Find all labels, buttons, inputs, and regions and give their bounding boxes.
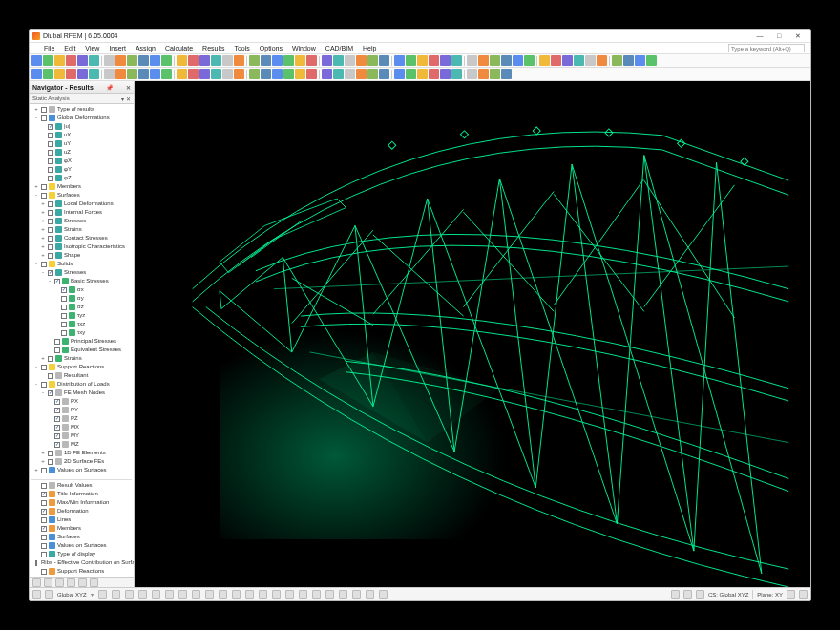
toolbar-button[interactable] — [66, 55, 76, 66]
toolbar-button[interactable] — [490, 55, 500, 66]
tree-item[interactable]: uX — [32, 131, 132, 139]
collapse-icon[interactable]: - — [40, 268, 46, 277]
tree-checkbox[interactable] — [48, 201, 53, 207]
tree-checkbox[interactable] — [54, 442, 60, 448]
toolbar-button[interactable] — [54, 55, 65, 66]
tree-item[interactable]: +Internal Forces — [32, 208, 132, 217]
toolbar-button[interactable] — [249, 55, 260, 66]
toolbar-button[interactable] — [127, 69, 137, 79]
status-tool-button[interactable] — [272, 590, 281, 598]
toolbar-button[interactable] — [356, 69, 367, 79]
toolbar-button[interactable] — [501, 69, 512, 79]
tree-checkbox[interactable] — [54, 339, 60, 345]
status-icon[interactable] — [45, 590, 53, 598]
menu-assign[interactable]: Assign — [136, 45, 156, 52]
expand-icon[interactable]: + — [40, 208, 46, 217]
toolbar-button[interactable] — [406, 69, 416, 79]
status-tool-button[interactable] — [138, 590, 147, 598]
tree-item[interactable]: σy — [32, 294, 132, 303]
menu-window[interactable]: Window — [292, 45, 316, 52]
tree-checkbox[interactable] — [41, 483, 47, 489]
toolbar-button[interactable] — [417, 69, 428, 79]
expand-icon[interactable]: + — [40, 242, 46, 251]
toolbar-button[interactable] — [284, 69, 294, 79]
status-tool-button[interactable] — [112, 590, 120, 598]
panel-footer-button[interactable] — [67, 578, 75, 587]
toolbar-button[interactable] — [200, 69, 210, 79]
expand-icon[interactable]: + — [33, 105, 39, 114]
status-tool-button[interactable] — [312, 590, 321, 598]
tree-checkbox[interactable] — [61, 330, 67, 336]
toolbar-button[interactable] — [646, 55, 657, 66]
maximize-button[interactable]: □ — [769, 31, 788, 42]
toolbar-button[interactable] — [333, 69, 344, 79]
status-tool-button[interactable] — [379, 590, 388, 598]
toolbar-button[interactable] — [368, 55, 378, 66]
panel-footer-button[interactable] — [44, 578, 52, 587]
tree-item[interactable]: Equivalent Stresses — [32, 346, 132, 354]
tree-checkbox[interactable] — [41, 517, 47, 523]
tree-item[interactable]: +Local Deformations — [32, 200, 132, 208]
toolbar-button[interactable] — [574, 55, 584, 66]
tree-checkbox[interactable] — [41, 509, 47, 514]
toolbar-button[interactable] — [467, 55, 477, 66]
toolbar-button[interactable] — [379, 69, 389, 79]
panel-footer-button[interactable] — [90, 578, 98, 587]
toolbar-button[interactable] — [138, 69, 149, 79]
toolbar-button[interactable] — [89, 55, 99, 66]
tree-item[interactable]: PX — [32, 397, 132, 406]
search-input[interactable] — [728, 44, 805, 52]
tree-checkbox[interactable] — [41, 552, 47, 557]
status-icon[interactable] — [799, 590, 808, 598]
status-tool-button[interactable] — [98, 590, 107, 598]
toolbar-button[interactable] — [104, 55, 115, 66]
toolbar-button[interactable] — [234, 69, 244, 79]
3d-viewport[interactable] — [135, 81, 810, 587]
tree-checkbox[interactable] — [41, 116, 47, 121]
panel-footer-button[interactable] — [32, 578, 41, 587]
tree-item[interactable]: +Members — [32, 182, 132, 191]
expand-icon[interactable]: + — [40, 354, 46, 363]
tree-checkbox[interactable] — [48, 459, 53, 465]
panel-close-icon[interactable]: ✕ — [126, 84, 131, 91]
tree-item[interactable]: MX — [32, 423, 132, 431]
toolbar-button[interactable] — [43, 55, 53, 66]
toolbar-button[interactable] — [211, 55, 221, 66]
tree-checkbox[interactable] — [48, 133, 53, 138]
toolbar-button[interactable] — [452, 69, 462, 79]
status-tool-button[interactable] — [352, 590, 361, 598]
toolbar-button[interactable] — [261, 69, 271, 79]
toolbar-button[interactable] — [188, 55, 199, 66]
tree-item[interactable]: σx — [32, 285, 132, 294]
toolbar-button[interactable] — [200, 55, 210, 66]
tree-item[interactable]: PY — [32, 406, 132, 414]
menu-insert[interactable]: Insert — [109, 45, 126, 52]
status-tool-button[interactable] — [165, 590, 174, 598]
expand-icon[interactable]: + — [40, 200, 46, 208]
status-icon[interactable] — [787, 590, 795, 598]
status-tool-button[interactable] — [299, 590, 307, 598]
tree-item[interactable]: uY — [32, 139, 132, 148]
tree-checkbox[interactable] — [48, 356, 53, 362]
tree-item[interactable]: φX — [32, 157, 132, 165]
tree-item[interactable]: Deformation — [32, 507, 132, 515]
tree-checkbox[interactable] — [61, 322, 67, 327]
menu-edit[interactable]: Edit — [64, 45, 75, 52]
tree-item[interactable]: Ribs - Effective Contribution on Surface… — [32, 558, 132, 567]
panel-pin-icon[interactable]: 📌 — [106, 84, 113, 91]
tree-item[interactable]: |u| — [32, 122, 132, 131]
tree-item[interactable]: Max/Min Information — [32, 498, 132, 507]
tree-checkbox[interactable] — [61, 287, 67, 293]
toolbar-button[interactable] — [222, 69, 233, 79]
tree-checkbox[interactable] — [54, 399, 60, 405]
toolbar-button[interactable] — [234, 55, 244, 66]
toolbar-button[interactable] — [272, 55, 283, 66]
status-tool-button[interactable] — [219, 590, 227, 598]
collapse-icon[interactable]: - — [33, 363, 39, 371]
tree-checkbox[interactable] — [41, 492, 47, 497]
tree-item[interactable]: uZ — [32, 148, 132, 157]
toolbar-button[interactable] — [345, 55, 355, 66]
expand-icon[interactable]: + — [33, 182, 39, 191]
toolbar-button[interactable] — [188, 69, 199, 79]
tree-item[interactable]: +1D FE Elements — [32, 449, 132, 457]
